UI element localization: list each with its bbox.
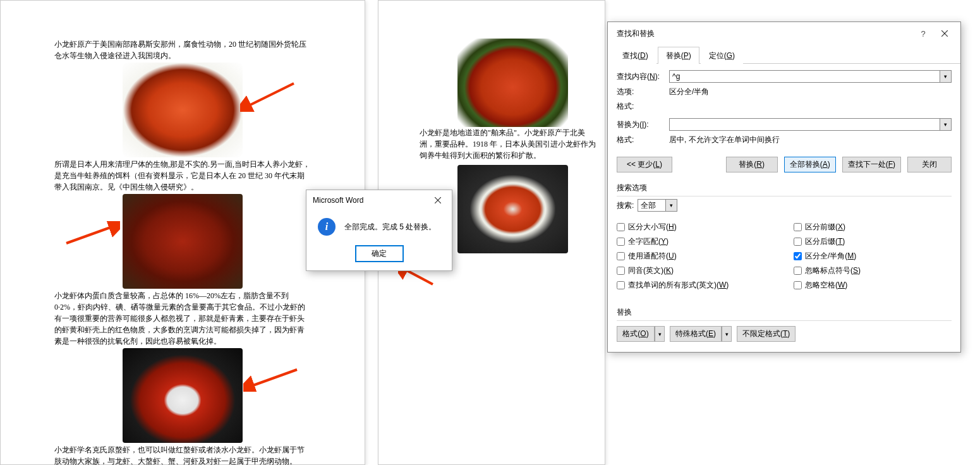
replace-all-button[interactable]: 全部替换(A) — [784, 157, 836, 172]
replace-input[interactable] — [669, 118, 940, 131]
dialog-title: 查找和替换 — [617, 28, 655, 39]
fullhalf-checkbox[interactable]: 区分全/半角(M) — [794, 251, 952, 262]
replace-button[interactable]: 替换(R) — [726, 157, 778, 172]
format-dropdown-button[interactable]: 格式(O)▾ — [617, 326, 665, 342]
prefix-checkbox[interactable]: 区分前缀(X) — [794, 222, 952, 232]
format2-value: 居中, 不允许文字在单词中间换行 — [669, 135, 780, 145]
sounds-like-checkbox[interactable]: 同音(英文)(K) — [617, 265, 768, 276]
less-button[interactable]: << 更少(L) — [617, 157, 672, 172]
crayfish-image-r1[interactable] — [457, 39, 568, 127]
options-value: 区分全/半角 — [669, 87, 709, 97]
dropdown-button[interactable]: ▾ — [666, 199, 677, 212]
paragraph: 小龙虾体内蛋白质含量较高，占总体的 16%—20%左右，脂肪含量不到 0·2%，… — [54, 290, 311, 347]
paragraph: 小龙虾原产于美国南部路易斯安那州，腐食性动物，20 世纪初随国外货轮压仓水等生物… — [54, 39, 311, 61]
format2-label: 格式: — [617, 135, 664, 145]
close-icon — [941, 30, 948, 37]
search-scope-label: 搜索: — [617, 200, 634, 211]
dialog-titlebar[interactable]: 查找和替换 ? — [608, 22, 960, 44]
suffix-checkbox[interactable]: 区分后缀(T) — [794, 236, 952, 247]
ignore-space-checkbox[interactable]: 忽略空格(W) — [794, 280, 952, 291]
tab-find[interactable]: 查找(D) — [614, 47, 656, 64]
ignore-punct-checkbox[interactable]: 忽略标点符号(S) — [794, 265, 952, 276]
info-icon: i — [318, 218, 336, 236]
help-button[interactable]: ? — [914, 27, 933, 40]
whole-word-checkbox[interactable]: 全字匹配(Y) — [617, 236, 768, 247]
wildcards-checkbox[interactable]: 使用通配符(U) — [617, 251, 768, 262]
crayfish-image-r2[interactable] — [457, 165, 568, 253]
search-scope-select[interactable] — [638, 199, 666, 212]
close-dialog-button[interactable]: 关闭 — [907, 157, 952, 172]
find-next-button[interactable]: 查找下一处(F) — [842, 157, 901, 172]
crayfish-image-1[interactable] — [123, 63, 243, 157]
match-case-checkbox[interactable]: 区分大小写(H) — [617, 222, 768, 232]
close-button[interactable] — [429, 194, 447, 207]
paragraph: 小龙虾学名克氏原螯虾，也可以叫做红螯虾或者淡水小龙虾。小龙虾属于节肢动物大家族，… — [54, 444, 311, 465]
dropdown-button[interactable]: ▾ — [940, 118, 952, 131]
options-label: 选项: — [617, 87, 664, 97]
close-button[interactable] — [935, 27, 954, 40]
message-box: Microsoft Word i 全部完成。完成 5 处替换。 确定 — [306, 190, 452, 271]
word-forms-checkbox[interactable]: 查找单词的所有形式(英文)(W) — [617, 280, 768, 291]
tab-strip: 查找(D) 替换(P) 定位(G) — [614, 46, 960, 64]
message-text: 全部完成。完成 5 处替换。 — [344, 222, 436, 232]
search-options-label: 搜索选项 — [608, 179, 960, 196]
close-icon — [435, 197, 441, 203]
replace-section-label: 替换 — [608, 298, 960, 320]
tab-replace[interactable]: 替换(P) — [658, 47, 699, 64]
message-box-titlebar: Microsoft Word — [306, 190, 452, 210]
format-label: 格式: — [617, 101, 664, 112]
message-box-title: Microsoft Word — [313, 196, 363, 205]
tab-goto[interactable]: 定位(G) — [701, 47, 743, 64]
find-input[interactable] — [669, 70, 940, 83]
dropdown-button[interactable]: ▾ — [940, 70, 952, 83]
find-label: 查找内容(N): — [617, 71, 664, 82]
replace-label: 替换为(I): — [617, 119, 664, 130]
crayfish-image-3[interactable] — [123, 348, 243, 443]
ok-button[interactable]: 确定 — [356, 246, 403, 262]
find-replace-dialog: 查找和替换 ? 查找(D) 替换(P) 定位(G) 查找内容(N): ▾ 选项:… — [607, 21, 961, 353]
paragraph: 小龙虾是地地道道的"舶来品"。小龙虾原产于北美洲，重要品种。1918 年，日本从… — [420, 127, 598, 161]
paragraph: 所谓是日本人用来清理尸体的生物,那是不实的.另一面,当时日本人养小龙虾，是充当牛… — [54, 159, 311, 193]
special-format-dropdown-button[interactable]: 特殊格式(E)▾ — [670, 326, 732, 342]
no-format-button[interactable]: 不限定格式(T) — [737, 326, 795, 342]
crayfish-image-2[interactable] — [123, 194, 243, 289]
